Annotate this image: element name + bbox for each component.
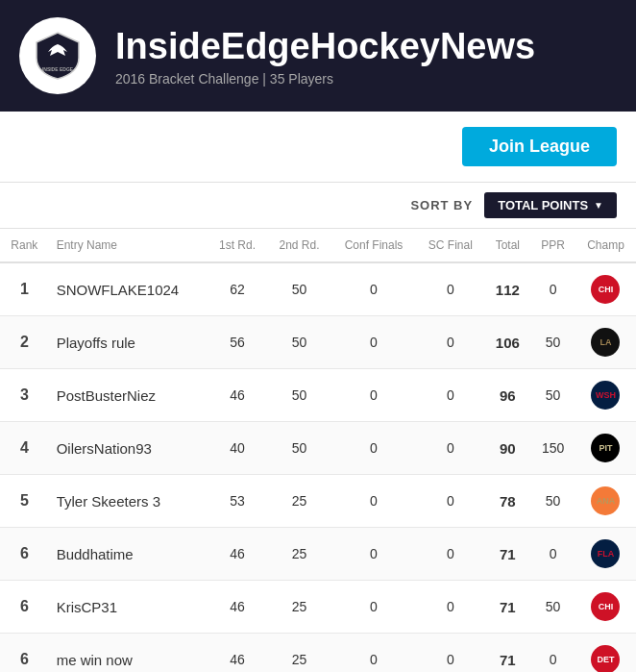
cell-ppr: 0 (530, 262, 575, 316)
cell-cf: 0 (331, 528, 416, 581)
cell-ppr: 150 (530, 422, 575, 475)
cell-champ: LA (575, 316, 636, 369)
table-row: 2 Playoffs rule 56 50 0 0 106 50 LA (0, 316, 636, 369)
col-total: Total (485, 229, 531, 262)
cell-r2: 50 (267, 262, 331, 316)
cell-r1: 46 (208, 528, 267, 581)
team-logo-icon: DET (591, 645, 620, 672)
cell-r1: 46 (208, 581, 267, 634)
cell-cf: 0 (331, 316, 416, 369)
cell-champ: ANA (575, 475, 636, 528)
team-logo-icon: FLA (591, 539, 620, 568)
cell-r2: 25 (267, 634, 331, 673)
cell-r1: 56 (208, 316, 267, 369)
cell-r1: 46 (208, 369, 267, 422)
col-cf: Conf Finals (331, 229, 416, 262)
col-rank: Rank (0, 229, 49, 262)
team-logo-icon: ANA (591, 486, 620, 515)
table-row: 4 OilersNation93 40 50 0 0 90 150 PIT (0, 422, 636, 475)
table-row: 6 me win now 46 25 0 0 71 0 DET (0, 634, 636, 673)
cell-champ: PIT (575, 422, 636, 475)
svg-text:INSIDE EDGE: INSIDE EDGE (42, 66, 74, 72)
team-logo-icon: PIT (591, 434, 620, 462)
cell-r1: 53 (208, 475, 267, 528)
header-subtitle: 2016 Bracket Challenge | 35 Players (115, 71, 535, 87)
cell-total: 90 (485, 422, 531, 475)
team-logo-icon: CHI (591, 275, 620, 304)
cell-total: 106 (485, 316, 531, 369)
cell-total: 71 (485, 634, 531, 673)
cell-cf: 0 (331, 581, 416, 634)
table-row: 1 SNOWFLAKE1024 62 50 0 0 112 0 CHI (0, 262, 636, 316)
cell-total: 112 (485, 262, 531, 316)
cell-rank: 1 (0, 262, 49, 316)
cell-entry: PostBusterNiez (49, 369, 208, 422)
cell-sc: 0 (416, 581, 484, 634)
cell-total: 78 (485, 475, 531, 528)
cell-ppr: 0 (530, 528, 575, 581)
sort-current: TOTAL POINTS (498, 198, 588, 212)
team-logo-icon: CHI (591, 592, 620, 621)
sort-button[interactable]: TOTAL POINTS ▼ (484, 192, 617, 218)
cell-champ: DET (575, 634, 636, 673)
cell-cf: 0 (331, 475, 416, 528)
cell-champ: CHI (575, 581, 636, 634)
cell-ppr: 50 (530, 475, 575, 528)
table-row: 3 PostBusterNiez 46 50 0 0 96 50 WSH (0, 369, 636, 422)
team-logo-icon: LA (591, 328, 620, 357)
header-title: InsideEdgeHockeyNews (115, 26, 535, 67)
header-text: InsideEdgeHockeyNews 2016 Bracket Challe… (115, 26, 535, 87)
cell-r2: 50 (267, 369, 331, 422)
cell-entry: Tyler Skeeters 3 (49, 475, 208, 528)
header: INSIDE EDGE InsideEdgeHockeyNews 2016 Br… (0, 0, 636, 112)
table-row: 6 Buddhatime 46 25 0 0 71 0 FLA (0, 528, 636, 581)
cell-r1: 62 (208, 262, 267, 316)
col-entry: Entry Name (49, 229, 208, 262)
cell-r2: 25 (267, 475, 331, 528)
cell-cf: 0 (331, 422, 416, 475)
cell-champ: CHI (575, 262, 636, 316)
cell-sc: 0 (416, 369, 484, 422)
cell-ppr: 50 (530, 369, 575, 422)
action-bar: Join League (0, 112, 636, 183)
standings-table-container: Rank Entry Name 1st Rd. 2nd Rd. Conf Fin… (0, 229, 636, 672)
cell-sc: 0 (416, 528, 484, 581)
cell-sc: 0 (416, 422, 484, 475)
col-r2: 2nd Rd. (267, 229, 331, 262)
cell-champ: FLA (575, 528, 636, 581)
cell-rank: 2 (0, 316, 49, 369)
table-row: 5 Tyler Skeeters 3 53 25 0 0 78 50 ANA (0, 475, 636, 528)
sort-bar: SORT BY TOTAL POINTS ▼ (0, 183, 636, 229)
standings-table: Rank Entry Name 1st Rd. 2nd Rd. Conf Fin… (0, 229, 636, 672)
join-league-button[interactable]: Join League (462, 127, 617, 166)
cell-rank: 6 (0, 581, 49, 634)
cell-rank: 5 (0, 475, 49, 528)
cell-total: 96 (485, 369, 531, 422)
cell-rank: 6 (0, 634, 49, 673)
cell-entry: SNOWFLAKE1024 (49, 262, 208, 316)
cell-rank: 4 (0, 422, 49, 475)
col-ppr: PPR (530, 229, 575, 262)
cell-ppr: 50 (530, 581, 575, 634)
table-row: 6 KrisCP31 46 25 0 0 71 50 CHI (0, 581, 636, 634)
cell-r2: 50 (267, 422, 331, 475)
cell-rank: 6 (0, 528, 49, 581)
col-champ: Champ (575, 229, 636, 262)
cell-ppr: 50 (530, 316, 575, 369)
cell-entry: KrisCP31 (49, 581, 208, 634)
sort-label: SORT BY (410, 198, 473, 212)
chevron-down-icon: ▼ (594, 200, 603, 211)
logo: INSIDE EDGE (19, 17, 96, 94)
cell-rank: 3 (0, 369, 49, 422)
cell-r1: 40 (208, 422, 267, 475)
cell-cf: 0 (331, 634, 416, 673)
cell-r2: 50 (267, 316, 331, 369)
cell-sc: 0 (416, 634, 484, 673)
cell-champ: WSH (575, 369, 636, 422)
cell-entry: Playoffs rule (49, 316, 208, 369)
cell-entry: OilersNation93 (49, 422, 208, 475)
cell-r2: 25 (267, 581, 331, 634)
table-header-row: Rank Entry Name 1st Rd. 2nd Rd. Conf Fin… (0, 229, 636, 262)
cell-r2: 25 (267, 528, 331, 581)
cell-sc: 0 (416, 475, 484, 528)
